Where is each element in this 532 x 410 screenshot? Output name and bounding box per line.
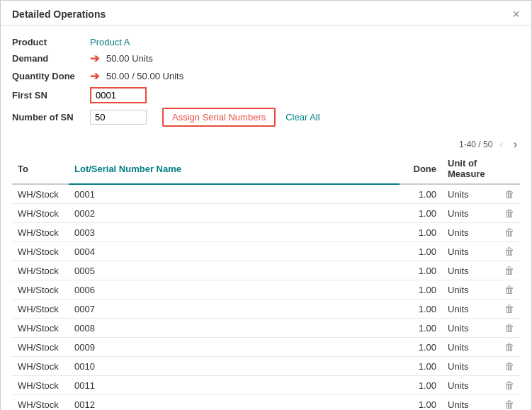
first-sn-input[interactable] — [90, 87, 147, 103]
cell-lot: 0010 — [69, 357, 400, 376]
product-label: Product — [12, 37, 90, 47]
pagination-next-button[interactable]: › — [511, 138, 520, 151]
cell-action: 🗑 — [499, 376, 520, 395]
cell-to: WH/Stock — [12, 319, 69, 338]
cell-uom: Units — [442, 376, 499, 395]
table-row: WH/Stock 0003 1.00 Units 🗑 — [12, 223, 520, 242]
cell-done: 1.00 — [400, 395, 442, 411]
cell-to: WH/Stock — [12, 204, 69, 223]
cell-uom: Units — [442, 261, 499, 280]
delete-row-button[interactable]: 🗑 — [504, 322, 514, 334]
assign-serial-numbers-button[interactable]: Assign Serial Numbers — [162, 108, 276, 127]
table-row: WH/Stock 0006 1.00 Units 🗑 — [12, 280, 520, 300]
delete-row-button[interactable]: 🗑 — [504, 227, 514, 238]
cell-to: WH/Stock — [12, 280, 69, 300]
delete-row-button[interactable]: 🗑 — [504, 207, 514, 219]
cell-uom: Units — [442, 184, 499, 204]
cell-uom: Units — [442, 395, 499, 411]
table-body: WH/Stock 0001 1.00 Units 🗑 WH/Stock 0002… — [12, 184, 520, 410]
pagination-row: 1-40 / 50 ‹ › — [12, 138, 520, 151]
cell-action: 🗑 — [499, 319, 520, 338]
cell-lot: 0009 — [69, 338, 400, 357]
delete-row-button[interactable]: 🗑 — [504, 265, 514, 276]
cell-done: 1.00 — [400, 376, 442, 395]
quantity-done-row: Quantity Done ➔ 50.00 / 50.00 Units — [12, 69, 520, 83]
table-row: WH/Stock 0008 1.00 Units 🗑 — [12, 319, 520, 338]
cell-uom: Units — [442, 300, 499, 319]
cell-lot: 0005 — [69, 261, 400, 280]
cell-lot: 0011 — [69, 376, 400, 395]
cell-to: WH/Stock — [12, 338, 69, 357]
table-row: WH/Stock 0011 1.00 Units 🗑 — [12, 376, 520, 395]
clear-all-button[interactable]: Clear All — [285, 112, 319, 123]
pagination-text: 1-40 / 50 — [459, 139, 492, 149]
cell-uom: Units — [442, 204, 499, 223]
pagination-prev-button[interactable]: ‹ — [497, 138, 506, 151]
cell-to: WH/Stock — [12, 242, 69, 261]
product-row: Product Product A — [12, 37, 520, 47]
delete-row-button[interactable]: 🗑 — [504, 246, 514, 257]
col-header-to: To — [12, 154, 69, 184]
detailed-operations-modal: Detailed Operations × Product Product A … — [0, 0, 532, 410]
first-sn-value — [90, 87, 147, 103]
cell-uom: Units — [442, 357, 499, 376]
cell-action: 🗑 — [499, 261, 520, 280]
cell-action: 🗑 — [499, 242, 520, 261]
cell-to: WH/Stock — [12, 300, 69, 319]
cell-uom: Units — [442, 242, 499, 261]
cell-done: 1.00 — [400, 223, 442, 242]
col-header-done: Done — [400, 154, 442, 184]
cell-uom: Units — [442, 319, 499, 338]
number-of-sn-value: Assign Serial Numbers Clear All — [90, 108, 320, 127]
cell-done: 1.00 — [400, 338, 442, 357]
table-header: To Lot/Serial Number Name Done Unit of M… — [12, 154, 520, 184]
cell-lot: 0004 — [69, 242, 400, 261]
delete-row-button[interactable]: 🗑 — [504, 188, 514, 200]
cell-done: 1.00 — [400, 300, 442, 319]
cell-lot: 0006 — [69, 280, 400, 300]
cell-lot: 0007 — [69, 300, 400, 319]
quantity-done-value: ➔ 50.00 / 50.00 Units — [90, 69, 183, 83]
delete-row-button[interactable]: 🗑 — [504, 284, 514, 295]
delete-row-button[interactable]: 🗑 — [504, 380, 514, 391]
cell-uom: Units — [442, 338, 499, 357]
cell-action: 🗑 — [499, 223, 520, 242]
operations-table: To Lot/Serial Number Name Done Unit of M… — [12, 154, 520, 410]
col-header-action — [499, 154, 520, 184]
delete-row-button[interactable]: 🗑 — [504, 341, 514, 353]
cell-uom: Units — [442, 280, 499, 300]
table-row: WH/Stock 0005 1.00 Units 🗑 — [12, 261, 520, 280]
modal-body: Product Product A Demand ➔ 50.00 Units Q… — [1, 25, 531, 410]
number-of-sn-row: Number of SN Assign Serial Numbers Clear… — [12, 108, 520, 127]
demand-arrow-icon: ➔ — [90, 52, 99, 65]
cell-to: WH/Stock — [12, 223, 69, 242]
quantity-done-text: 50.00 / 50.00 Units — [106, 71, 183, 81]
col-header-uom: Unit of Measure — [442, 154, 499, 184]
cell-done: 1.00 — [400, 319, 442, 338]
close-button[interactable]: × — [512, 8, 520, 21]
table-row: WH/Stock 0001 1.00 Units 🗑 — [12, 184, 520, 204]
cell-action: 🗑 — [499, 300, 520, 319]
modal-header: Detailed Operations × — [1, 1, 531, 25]
table-row: WH/Stock 0002 1.00 Units 🗑 — [12, 204, 520, 223]
cell-action: 🗑 — [499, 184, 520, 204]
cell-done: 1.00 — [400, 184, 442, 204]
number-of-sn-label: Number of SN — [12, 112, 90, 123]
number-of-sn-input[interactable] — [90, 110, 147, 125]
cell-action: 🗑 — [499, 204, 520, 223]
table-row: WH/Stock 0007 1.00 Units 🗑 — [12, 300, 520, 319]
col-header-lot: Lot/Serial Number Name — [69, 154, 400, 184]
cell-done: 1.00 — [400, 204, 442, 223]
product-link[interactable]: Product A — [90, 37, 130, 47]
table-row: WH/Stock 0010 1.00 Units 🗑 — [12, 357, 520, 376]
cell-action: 🗑 — [499, 357, 520, 376]
delete-row-button[interactable]: 🗑 — [504, 360, 514, 372]
delete-row-button[interactable]: 🗑 — [504, 303, 514, 314]
cell-to: WH/Stock — [12, 357, 69, 376]
modal-title: Detailed Operations — [12, 8, 106, 20]
cell-done: 1.00 — [400, 242, 442, 261]
first-sn-row: First SN — [12, 87, 520, 103]
cell-to: WH/Stock — [12, 395, 69, 411]
table-row: WH/Stock 0012 1.00 Units 🗑 — [12, 395, 520, 411]
delete-row-button[interactable]: 🗑 — [504, 399, 514, 410]
